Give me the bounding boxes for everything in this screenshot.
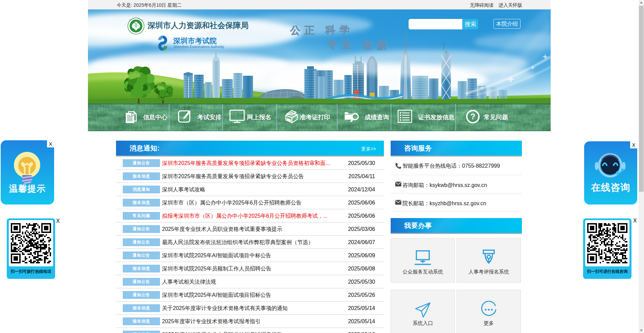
svg-text:?: ?	[470, 112, 476, 121]
svg-text:深圳市人力资源和社会保障局: 深圳市人力资源和社会保障局	[129, 19, 143, 21]
